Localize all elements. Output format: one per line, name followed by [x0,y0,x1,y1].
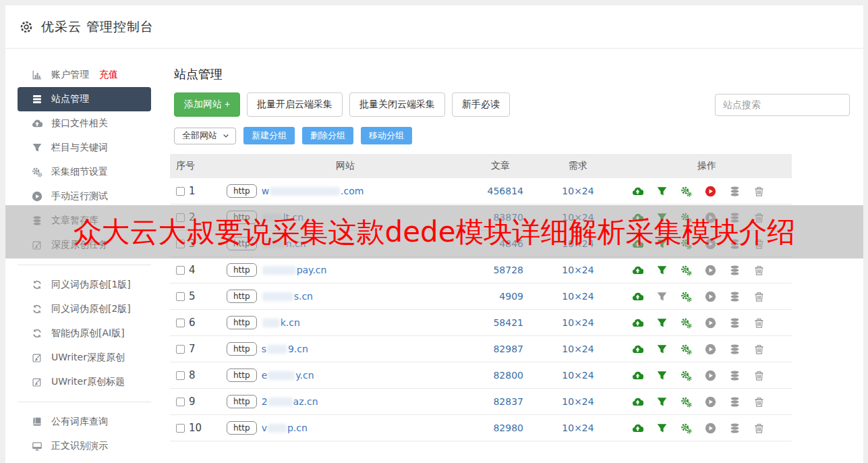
protocol-chip[interactable]: http [227,290,257,303]
site-domain-link[interactable]: s.cn [262,291,313,302]
article-count[interactable]: 83870 [467,212,534,223]
site-domain-link[interactable]: vp.cn [262,423,308,433]
add-site-button[interactable]: 添加网站 + [174,92,240,117]
play-icon[interactable] [705,317,716,329]
article-count[interactable]: 456814 [467,186,534,196]
database-icon[interactable] [729,186,741,197]
database-icon[interactable] [729,212,741,223]
sidebar-item-ai-rewrite[interactable]: 智能伪原创[AI版] [18,321,151,346]
play-icon[interactable] [705,423,716,434]
row-checkbox[interactable] [176,213,185,222]
sidebar-item-uwriter-deep-original[interactable]: UWriter深度原创 [18,346,151,370]
protocol-chip[interactable]: http [227,184,257,198]
site-domain-link[interactable]: s9.cn [262,344,308,354]
sidebar-item-columns-keywords[interactable]: 栏目与关键词 [18,136,151,160]
filter-icon[interactable] [656,370,668,381]
site-domain-link[interactable]: lt.cn [262,212,303,223]
site-domain-link[interactable]: k.cn [262,317,300,328]
cloud-upload-icon[interactable] [632,370,643,381]
trash-icon[interactable] [753,265,765,276]
filter-icon[interactable] [656,423,668,434]
article-count[interactable]: 4846 [467,238,534,249]
gears-icon[interactable] [681,396,692,408]
cloud-upload-icon[interactable] [632,238,643,250]
filter-icon[interactable] [656,212,668,223]
protocol-chip[interactable]: http [227,395,257,408]
database-icon[interactable] [729,317,741,329]
database-icon[interactable] [729,265,741,276]
protocol-chip[interactable]: http [227,263,257,277]
trash-icon[interactable] [753,238,765,250]
row-checkbox[interactable] [176,292,185,301]
row-checkbox[interactable] [176,398,185,406]
trash-icon[interactable] [753,396,765,408]
sidebar-item-synonym-rewrite-v2[interactable]: 同义词伪原创[2版] [18,297,151,321]
trash-icon[interactable] [753,344,765,355]
gears-icon[interactable] [681,186,692,197]
gears-icon[interactable] [681,265,692,276]
play-icon[interactable] [705,212,716,223]
article-count[interactable]: 58728 [467,265,534,275]
site-domain-link[interactable]: ey.cn [262,370,314,381]
protocol-chip[interactable]: http [227,237,257,250]
row-checkbox[interactable] [176,424,185,433]
row-checkbox[interactable] [176,240,185,248]
play-icon[interactable] [705,370,716,381]
database-icon[interactable] [729,396,741,408]
cloud-upload-icon[interactable] [632,317,643,329]
article-count[interactable]: 82980 [467,423,534,433]
database-icon[interactable] [729,423,741,434]
cloud-upload-icon[interactable] [632,291,643,302]
row-checkbox[interactable] [176,319,185,327]
play-icon[interactable] [705,291,716,302]
gears-icon[interactable] [681,317,692,329]
play-icon[interactable] [705,238,716,250]
cloud-upload-icon[interactable] [632,344,643,355]
filter-icon[interactable] [656,317,668,329]
trash-icon[interactable] [753,186,765,197]
trash-icon[interactable] [753,317,765,329]
row-checkbox[interactable] [176,187,185,196]
article-count[interactable]: 82837 [467,396,534,407]
site-domain-link[interactable]: w.com [262,186,364,196]
row-checkbox[interactable] [176,371,185,380]
protocol-chip[interactable]: http [227,369,257,382]
trash-icon[interactable] [753,212,765,223]
gears-icon[interactable] [681,370,692,381]
gears-icon[interactable] [681,344,692,355]
protocol-chip[interactable]: http [227,316,257,329]
gears-icon[interactable] [681,238,692,250]
play-icon[interactable] [705,396,716,408]
sidebar-item-collection-settings[interactable]: 采集细节设置 [18,160,151,184]
gears-icon[interactable] [681,423,692,434]
filter-icon[interactable] [656,265,668,276]
trash-icon[interactable] [753,291,765,302]
site-domain-link[interactable]: n.cn [262,238,306,249]
trash-icon[interactable] [753,423,765,434]
sidebar-item-article-cache[interactable]: 文章暂存库 [18,209,151,233]
new-group-button[interactable]: 新建分组 [243,127,295,144]
play-icon[interactable] [705,265,716,276]
sidebar-item-content-recognition-demo[interactable]: 正文识别演示 [18,434,151,458]
sidebar-item-public-thesaurus-query[interactable]: 公有词库查询 [18,410,151,434]
filter-icon[interactable] [656,186,668,197]
sidebar-item-site-management[interactable]: 站点管理 [18,87,151,111]
cloud-upload-icon[interactable] [632,396,643,408]
filter-icon[interactable] [656,238,668,250]
trash-icon[interactable] [753,370,765,381]
sidebar-item-deep-original-task[interactable]: 深度原创任务 [18,233,151,257]
gears-icon[interactable] [681,291,692,302]
row-checkbox[interactable] [176,266,185,275]
sidebar-item-interface-files[interactable]: 接口文件相关 [18,111,151,136]
batch-open-cloud-button[interactable]: 批量开启云端采集 [247,92,343,117]
sidebar-item-account-management[interactable]: 账户管理充值 [18,63,151,87]
article-count[interactable]: 4909 [467,291,534,302]
cloud-upload-icon[interactable] [632,265,643,276]
article-count[interactable]: 82987 [467,344,534,354]
recharge-badge[interactable]: 充值 [99,69,118,81]
filter-icon[interactable] [656,344,668,355]
article-count[interactable]: 58421 [467,317,534,328]
filter-icon[interactable] [656,396,668,408]
article-count[interactable]: 82800 [467,370,534,381]
cloud-upload-icon[interactable] [632,186,643,197]
